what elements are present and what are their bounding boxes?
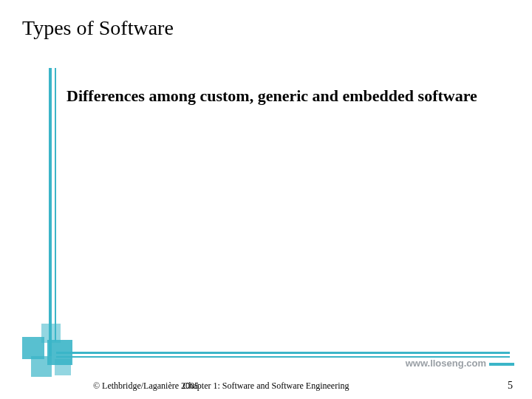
square-icon	[55, 359, 71, 375]
slide-title: Types of Software	[22, 16, 174, 40]
slide-subtitle: Differences among custom, generic and em…	[66, 86, 480, 106]
footer: © Lethbridge/Laganière 2005 Chapter 1: S…	[0, 377, 532, 392]
vertical-rule-outer	[49, 68, 52, 356]
chapter-label-wrap: Chapter 1: Software and Software Enginee…	[0, 381, 532, 392]
site-url: www.lloseng.com	[406, 358, 486, 369]
url-accent-bar	[489, 363, 514, 366]
vertical-rule-inner	[55, 68, 56, 341]
decorative-squares	[16, 324, 90, 383]
square-icon	[31, 356, 52, 377]
slide: Types of Software Differences among cust…	[0, 0, 532, 399]
page-number: 5	[508, 380, 513, 392]
horizontal-rule-top	[56, 352, 510, 354]
chapter-label: Chapter 1: Software and Software Enginee…	[183, 381, 349, 392]
